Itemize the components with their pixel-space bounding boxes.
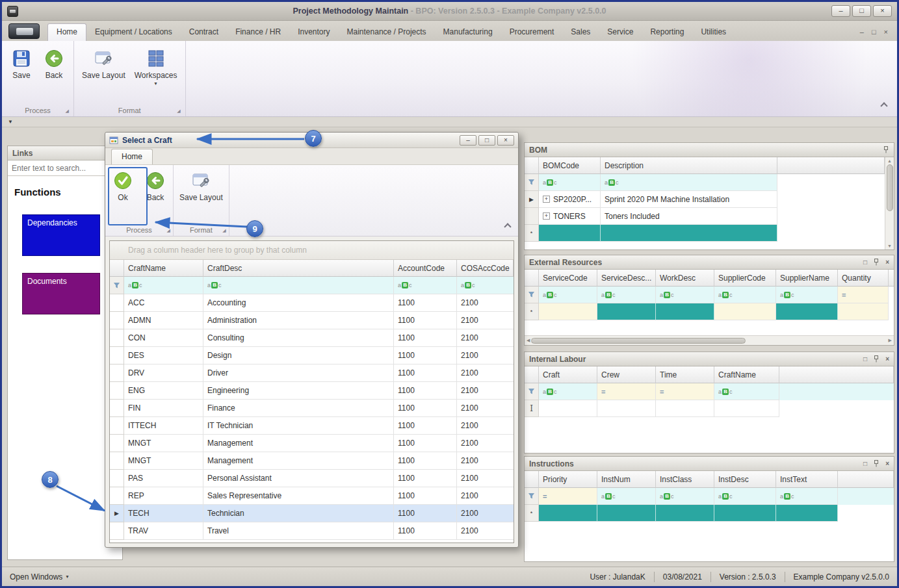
save-layout-button[interactable]: Save Layout	[77, 45, 130, 83]
column-header-servicedesc[interactable]: ServiceDesc...	[597, 270, 656, 287]
craft-row[interactable]: MNGT Management 1100 2100	[110, 435, 514, 452]
column-header-instclass[interactable]: InstClass	[656, 471, 714, 488]
ribbon-tab[interactable]: Contract	[181, 23, 227, 41]
append-cell[interactable]	[656, 505, 714, 522]
scroll-thumb[interactable]	[887, 164, 893, 211]
cell-craftdesc[interactable]: Accounting	[203, 294, 394, 312]
edit-cell[interactable]	[656, 400, 714, 417]
cell-accountcode[interactable]: 1100	[394, 435, 457, 452]
documents-button[interactable]: Documents	[22, 273, 100, 314]
cell-craftname[interactable]: DES	[124, 347, 203, 364]
append-cell[interactable]	[601, 225, 777, 242]
edit-cell[interactable]	[597, 400, 656, 417]
append-row-selector[interactable]: *	[525, 505, 539, 522]
dialog-tab-home[interactable]: Home	[111, 149, 153, 164]
cell-accountcode[interactable]: 1100	[394, 382, 457, 400]
scroll-down-icon[interactable]: ▼	[887, 244, 892, 248]
craft-row[interactable]: ADMN Administration 1100 2100	[110, 312, 514, 329]
dialog-save-layout-button[interactable]: Save Layout	[175, 167, 228, 205]
filter-cell[interactable]: aBc	[597, 488, 656, 505]
cell-craftname[interactable]: FIN	[124, 400, 203, 417]
ribbon-tab[interactable]: Sales	[562, 23, 599, 41]
cell-accountcode[interactable]: 1100	[394, 400, 457, 417]
column-header-workdesc[interactable]: WorkDesc	[656, 270, 714, 287]
craft-row[interactable]: REP Sales Representative 1100 2100	[110, 487, 514, 505]
craft-row[interactable]: ITTECH IT Technician 1100 2100	[110, 417, 514, 435]
cell-craftname[interactable]: CON	[124, 329, 203, 347]
craft-row[interactable]: MNGT Management 1100 2100	[110, 452, 514, 470]
craft-row[interactable]: ENG Engineering 1100 2100	[110, 382, 514, 400]
craft-row[interactable]: DRV Driver 1100 2100	[110, 364, 514, 382]
scroll-left-icon[interactable]: ◀	[527, 338, 530, 343]
row-selector-cell[interactable]	[110, 400, 124, 417]
cell-craftname[interactable]: PAS	[124, 470, 203, 487]
row-selector-cell[interactable]	[110, 294, 124, 312]
column-header-crew[interactable]: Crew	[597, 366, 656, 383]
cell-accountcode[interactable]: 1100	[394, 294, 457, 312]
ribbon-tab[interactable]: Inventory	[289, 23, 338, 41]
column-header-suppliercode[interactable]: SupplierCode	[714, 270, 776, 287]
filter-cell[interactable]: =	[597, 383, 656, 400]
bom-row[interactable]: ▶ +SP2020P... Sprint 2020 PM Machine Ins…	[525, 191, 885, 208]
column-header-priority[interactable]: Priority	[539, 471, 597, 488]
open-windows-menu[interactable]: Open Windows ▾	[10, 572, 68, 582]
column-header-bomcode[interactable]: BOMCode	[539, 157, 601, 174]
ribbon-tab[interactable]: Reporting	[642, 23, 692, 41]
cell-accountcode[interactable]: 1100	[394, 452, 457, 470]
ribbon-tab[interactable]: Utilities	[692, 23, 735, 41]
craft-row[interactable]: ▶ TECH Technician 1100 2100	[110, 505, 514, 522]
filter-cell[interactable]: =	[539, 488, 597, 505]
cell-craftname[interactable]: MNGT	[124, 452, 203, 470]
edit-cell[interactable]	[539, 400, 597, 417]
cell-craftdesc[interactable]: Consulting	[203, 329, 394, 347]
save-button[interactable]: Save	[5, 45, 38, 83]
workspaces-button[interactable]: Workspaces ▾	[130, 45, 182, 88]
cell-craftdesc[interactable]: Personal Assistant	[203, 470, 394, 487]
append-cell[interactable]	[539, 505, 597, 522]
row-selector-cell[interactable]: ▶	[110, 505, 124, 522]
row-selector-cell[interactable]	[110, 364, 124, 382]
dependancies-button[interactable]: Dependancies	[22, 214, 100, 256]
row-selector-cell[interactable]	[110, 382, 124, 400]
cell-cosacccode[interactable]: 2100	[457, 522, 514, 540]
append-cell[interactable]	[656, 303, 714, 320]
filter-row-selector[interactable]	[525, 488, 539, 505]
filter-cell[interactable]: aBc	[714, 287, 776, 303]
append-cell[interactable]	[597, 505, 656, 522]
ok-button[interactable]: Ok	[107, 167, 139, 205]
cell-craftdesc[interactable]: Driver	[203, 364, 394, 382]
cell-cosacccode[interactable]: 2100	[457, 435, 514, 452]
mdi-close-icon[interactable]: ×	[884, 28, 888, 36]
append-row-selector[interactable]: *	[525, 225, 539, 242]
cell-cosacccode[interactable]: 2100	[457, 505, 514, 522]
cell-accountcode[interactable]: 1100	[394, 487, 457, 505]
dialog-back-button[interactable]: Back	[139, 167, 172, 205]
expand-icon[interactable]: +	[543, 196, 550, 203]
cell-description[interactable]: Sprint 2020 PM Machine Installation	[601, 191, 777, 208]
cell-craftdesc[interactable]: Design	[203, 347, 394, 364]
close-panel-icon[interactable]: ×	[885, 355, 889, 363]
cell-accountcode[interactable]: 1100	[394, 470, 457, 487]
cell-cosacccode[interactable]: 2100	[457, 400, 514, 417]
dialog-launcher-icon[interactable]: ◢	[66, 109, 69, 114]
row-selector-cell[interactable]	[110, 417, 124, 435]
craft-row[interactable]: PAS Personal Assistant 1100 2100	[110, 470, 514, 487]
filter-cell[interactable]: aBc	[656, 488, 714, 505]
cell-accountcode[interactable]: 1100	[394, 505, 457, 522]
filter-cell[interactable]: aBc	[539, 174, 601, 191]
filter-cell[interactable]: aBc	[457, 277, 514, 294]
cell-cosacccode[interactable]: 2100	[457, 364, 514, 382]
row-selector-cell[interactable]	[110, 522, 124, 540]
filter-row-selector[interactable]	[525, 174, 539, 191]
dialog-minimize-button[interactable]: –	[460, 135, 476, 146]
column-header-craft[interactable]: Craft	[539, 366, 597, 383]
cell-accountcode[interactable]: 1100	[394, 522, 457, 540]
filter-row-selector[interactable]	[110, 277, 124, 294]
cell-cosacccode[interactable]: 2100	[457, 312, 514, 329]
collapse-ribbon-icon[interactable]	[880, 102, 887, 109]
filter-row-selector[interactable]	[525, 287, 539, 303]
cell-craftdesc[interactable]: Technician	[203, 505, 394, 522]
pin-icon[interactable]	[883, 146, 889, 153]
back-button[interactable]: Back	[38, 45, 70, 83]
filter-cell[interactable]: aBc	[714, 383, 779, 400]
